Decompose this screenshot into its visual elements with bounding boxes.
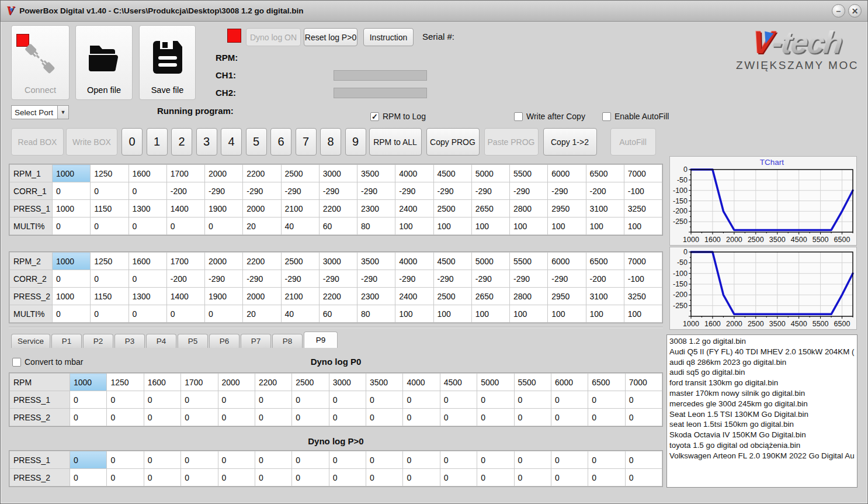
grid-cell[interactable]: 0 — [70, 451, 107, 469]
grid-cell[interactable]: 0 — [366, 469, 403, 486]
list-item[interactable]: ford transit 130km go digital.bin — [669, 378, 855, 388]
grid-cell[interactable]: 0 — [144, 391, 180, 409]
program-digit-button-0[interactable]: 0 — [121, 128, 143, 156]
grid-cell[interactable]: -290 — [357, 182, 395, 200]
grid-cell[interactable]: -290 — [319, 270, 357, 288]
grid-cell[interactable]: 2500 — [433, 288, 471, 305]
tab-p2[interactable]: P2 — [83, 334, 113, 348]
grid-cell[interactable]: 0 — [53, 305, 91, 323]
grid-cell[interactable]: -290 — [281, 270, 319, 288]
grid-cell[interactable]: 0 — [53, 182, 91, 200]
grid-cell[interactable]: 0 — [218, 409, 255, 426]
grid-cell[interactable]: 0 — [205, 305, 243, 323]
grid-cell[interactable]: 0 — [181, 409, 218, 426]
program-digit-button-7[interactable]: 7 — [296, 128, 317, 156]
grid-cell[interactable]: 0 — [588, 391, 625, 409]
grid-cell[interactable]: 2000 — [218, 374, 255, 391]
grid-cell[interactable]: -200 — [166, 182, 204, 200]
list-item[interactable]: toyota 1.5 go digital od obciążenia.bin — [669, 440, 855, 451]
grid-cell[interactable]: -290 — [433, 270, 471, 288]
grid-cell[interactable]: 2300 — [357, 288, 395, 305]
grid-cell[interactable]: 1300 — [129, 288, 166, 305]
grid-cell[interactable]: 0 — [107, 451, 144, 469]
grid-cell[interactable]: 2650 — [471, 288, 509, 305]
program-digit-button-5[interactable]: 5 — [246, 128, 267, 156]
grid-cell[interactable]: 2100 — [281, 200, 319, 218]
list-item[interactable]: audi sq5 go digital.bin — [669, 367, 855, 378]
grid-cell[interactable]: 0 — [292, 469, 329, 486]
grid-cell[interactable]: 2000 — [243, 288, 281, 305]
grid-cell[interactable]: -200 — [586, 182, 624, 200]
grid-cell[interactable]: 2800 — [510, 288, 548, 305]
copy-prog-button[interactable]: Copy PROG — [426, 128, 480, 156]
grid-cell[interactable]: 100 — [586, 218, 624, 235]
grid-cell[interactable]: 0 — [255, 469, 291, 486]
list-item[interactable]: Audi Q5 II (FY FL) 40 TDI MHEV 2.0 150kW… — [669, 347, 855, 357]
grid-cell[interactable]: -290 — [548, 270, 586, 288]
grid-cell[interactable]: 0 — [129, 305, 166, 323]
grid-cell[interactable]: 0 — [366, 451, 403, 469]
grid-cell[interactable]: 0 — [107, 391, 144, 409]
grid-cell[interactable]: 0 — [625, 451, 662, 469]
grid-cell[interactable]: 0 — [53, 270, 91, 288]
grid-cell[interactable]: 1700 — [181, 374, 218, 391]
grid-cell[interactable]: 0 — [218, 391, 255, 409]
grid-cell[interactable]: -290 — [471, 270, 509, 288]
grid-cell[interactable]: 0 — [255, 391, 291, 409]
checkbox-box[interactable] — [514, 112, 523, 121]
grid-cell[interactable]: 0 — [218, 469, 255, 486]
grid-cell[interactable]: 0 — [144, 469, 180, 486]
rpm-to-log-checkbox[interactable]: ✓ RPM to Log — [370, 112, 426, 121]
tab-p9[interactable]: P9 — [304, 332, 338, 348]
title-bar[interactable]: V▾ PowerBox Digital v1.40 - C:\Users\Pro… — [1, 1, 867, 22]
program-digit-button-4[interactable]: 4 — [221, 128, 242, 156]
grid-cell[interactable]: 0 — [551, 391, 588, 409]
grid-cell[interactable]: 1900 — [205, 288, 243, 305]
grid-cell[interactable]: 0 — [129, 182, 166, 200]
list-item[interactable]: Seat Leon 1.5 TSI 130KM Go Digital.bin — [669, 409, 855, 420]
grid-cell[interactable]: 1000 — [53, 200, 91, 218]
grid-cell[interactable]: 0 — [144, 409, 180, 426]
grid-cell[interactable]: -290 — [243, 182, 281, 200]
grid-cell[interactable]: 2000 — [205, 165, 243, 182]
list-item[interactable]: Volkswagen Arteon FL 2.0 190KM 2022 Go D… — [669, 451, 855, 461]
grid-cell[interactable]: 6500 — [586, 165, 624, 182]
grid-cell[interactable]: 0 — [218, 451, 255, 469]
tab-p5[interactable]: P5 — [178, 334, 208, 348]
list-item[interactable]: 3008 1.2 go digital.bin — [669, 336, 855, 347]
reset-log-button[interactable]: Reset log P>0 — [304, 28, 357, 46]
grid-cell[interactable]: 2400 — [395, 200, 433, 218]
grid-cell[interactable]: 0 — [292, 451, 329, 469]
grid-cell[interactable]: 0 — [329, 451, 366, 469]
grid-cell[interactable]: 3000 — [319, 165, 357, 182]
grid-cell[interactable]: -290 — [471, 182, 509, 200]
list-item[interactable]: audi q8 286km 2023 go digital.bin — [669, 357, 855, 368]
grid-cell[interactable]: 0 — [255, 451, 291, 469]
grid-cell[interactable]: 0 — [403, 451, 440, 469]
grid-cell[interactable]: 100 — [510, 218, 548, 235]
grid-cell[interactable]: 0 — [255, 409, 291, 426]
grid-cell[interactable]: 0 — [588, 451, 625, 469]
grid-cell[interactable]: 1600 — [144, 374, 180, 391]
grid-cell[interactable]: 4000 — [395, 165, 433, 182]
grid-cell[interactable]: 2200 — [255, 374, 291, 391]
grid-cell[interactable]: 3500 — [366, 374, 403, 391]
grid-cell[interactable]: 100 — [395, 305, 433, 323]
grid-cell[interactable]: -290 — [319, 182, 357, 200]
grid-cell[interactable]: 1600 — [129, 165, 166, 182]
program-digit-button-6[interactable]: 6 — [270, 128, 291, 156]
grid-cell[interactable]: 0 — [181, 451, 218, 469]
grid-cell[interactable]: 2200 — [319, 288, 357, 305]
grid-cell[interactable]: 1000 — [53, 165, 91, 182]
grid-cell[interactable]: 0 — [477, 409, 514, 426]
grid-cell[interactable]: 0 — [625, 391, 662, 409]
grid-cell[interactable]: 1250 — [107, 374, 144, 391]
tab-p6[interactable]: P6 — [209, 334, 239, 348]
grid-cell[interactable]: 0 — [440, 451, 477, 469]
grid-cell[interactable]: 0 — [70, 409, 107, 426]
grid-cell[interactable]: 0 — [292, 391, 329, 409]
grid-cell[interactable]: 100 — [433, 218, 471, 235]
grid-cell[interactable]: 80 — [357, 218, 395, 235]
grid-cell[interactable]: 0 — [551, 469, 588, 486]
rpm-to-all-button[interactable]: RPM to ALL — [369, 128, 422, 156]
